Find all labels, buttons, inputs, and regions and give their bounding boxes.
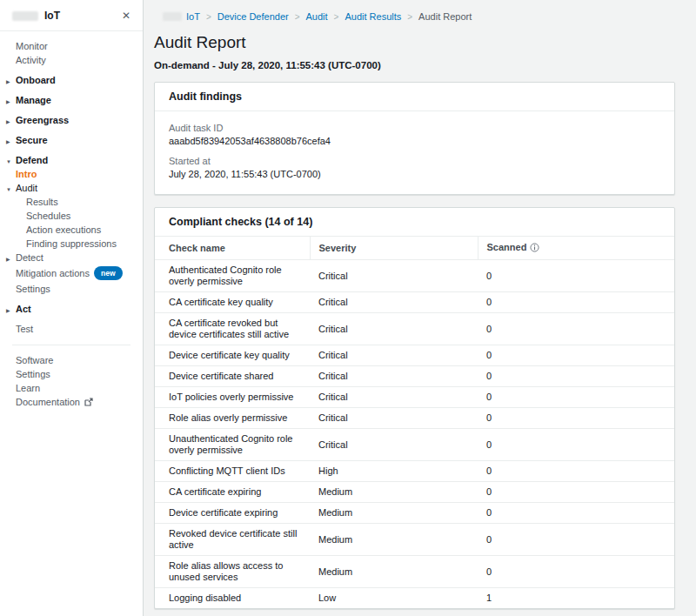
external-link-icon	[84, 398, 93, 408]
cell-scanned: 0	[478, 260, 674, 292]
table-row: CA certificate revoked but device certif…	[155, 313, 674, 345]
cell-check: IoT policies overly permissive	[155, 387, 310, 408]
brand-title: IoT	[44, 10, 60, 22]
table-row: CA certificate expiringMedium0	[155, 482, 674, 503]
sidebar-item-label: Settings	[16, 284, 50, 294]
col-scanned[interactable]: Scanned	[478, 237, 674, 260]
chevron-down-icon: ▼	[6, 157, 11, 167]
breadcrumb: IoT > Device Defender > Audit > Audit Re…	[154, 9, 675, 31]
sidebar-item-label: Mitigation actions	[16, 268, 90, 278]
table-row: Logging disabledLow1	[155, 588, 674, 609]
started-at-label: Started at	[169, 156, 660, 166]
cell-scanned: 0	[478, 524, 674, 556]
cell-severity: Critical	[310, 260, 478, 292]
chevron-right-icon: ▶	[6, 254, 10, 264]
sidebar-item-mitigation-actions[interactable]: Mitigation actionsnew	[0, 264, 143, 282]
sidebar-item-learn[interactable]: Learn	[0, 381, 143, 395]
sidebar-item-secure[interactable]: ▶Secure	[0, 133, 143, 147]
sidebar: IoT ✕ Monitor Activity ▶Onboard ▶Manage …	[0, 0, 144, 616]
sidebar-item-label: Settings	[16, 369, 50, 379]
sidebar-item-action-executions[interactable]: Action executions	[0, 223, 143, 237]
breadcrumb-separator: >	[407, 12, 412, 22]
aws-logo	[12, 11, 38, 21]
page-title: Audit Report	[154, 33, 675, 52]
cell-scanned: 0	[478, 408, 674, 429]
sidebar-item-label: Secure	[16, 135, 48, 145]
sidebar-item-act[interactable]: ▶Act	[0, 302, 143, 316]
cell-severity: Critical	[310, 313, 478, 345]
col-check-name[interactable]: Check name	[155, 237, 310, 260]
cell-check: Role alias allows access to unused servi…	[155, 556, 310, 588]
sidebar-item-finding-suppressions[interactable]: Finding suppressions	[0, 237, 143, 251]
audit-task-id-field: Audit task ID aaabd5f83942053af4638808b7…	[169, 123, 660, 146]
cell-severity: Medium	[310, 503, 478, 524]
sidebar-item-settings[interactable]: Settings	[0, 367, 143, 381]
cell-scanned: 0	[478, 556, 674, 588]
breadcrumb-device-defender[interactable]: Device Defender	[218, 11, 289, 22]
compliant-checks-card: Compliant checks (14 of 14) Check name S…	[154, 207, 675, 609]
close-icon[interactable]: ✕	[120, 10, 132, 22]
cell-severity: Critical	[310, 345, 478, 366]
sidebar-item-audit[interactable]: ▼Audit	[0, 181, 143, 195]
sidebar-item-detect[interactable]: ▶Detect	[0, 251, 143, 264]
cell-check: Device certificate expiring	[155, 503, 310, 524]
breadcrumb-separator: >	[334, 12, 339, 22]
cell-check: Unauthenticated Cognito role overly perm…	[155, 429, 310, 461]
sidebar-item-activity[interactable]: Activity	[0, 53, 143, 67]
cell-check: Device certificate key quality	[155, 345, 310, 366]
cell-severity: Critical	[310, 292, 478, 313]
sidebar-item-label: Monitor	[16, 41, 48, 51]
cell-scanned: 0	[478, 429, 674, 461]
table-row: CA certificate key qualityCritical0	[155, 292, 674, 313]
sidebar-item-software[interactable]: Software	[0, 353, 143, 367]
cell-check: Role alias overly permissive	[155, 408, 310, 429]
sidebar-item-label: Manage	[16, 95, 51, 105]
audit-findings-card: Audit findings Audit task ID aaabd5f8394…	[154, 82, 675, 195]
cell-scanned: 0	[478, 503, 674, 524]
chevron-right-icon: ▶	[6, 137, 10, 147]
audit-findings-header: Audit findings	[155, 83, 674, 111]
sidebar-divider	[12, 345, 130, 345]
audit-task-id-label: Audit task ID	[169, 123, 660, 133]
sidebar-item-schedules[interactable]: Schedules	[0, 209, 143, 223]
sidebar-item-onboard[interactable]: ▶Onboard	[0, 73, 143, 87]
breadcrumb-separator: >	[295, 12, 300, 22]
sidebar-item-label: Onboard	[16, 75, 56, 85]
sidebar-item-greengrass[interactable]: ▶Greengrass	[0, 113, 143, 127]
cell-severity: Critical	[310, 387, 478, 408]
compliant-checks-header: Compliant checks (14 of 14)	[155, 208, 674, 237]
sidebar-item-defend[interactable]: ▼Defend	[0, 153, 143, 167]
col-severity[interactable]: Severity	[310, 237, 478, 260]
table-row: Conflicting MQTT client IDsHigh0	[155, 461, 674, 482]
table-row: Device certificate expiringMedium0	[155, 503, 674, 524]
sidebar-item-manage[interactable]: ▶Manage	[0, 93, 143, 107]
cell-severity: Low	[310, 588, 478, 609]
sidebar-item-intro[interactable]: Intro	[0, 167, 143, 181]
table-row: Device certificate key qualityCritical0	[155, 345, 674, 366]
table-row: Authenticated Cognito role overly permis…	[155, 260, 674, 292]
sidebar-item-settings-defend[interactable]: Settings	[0, 282, 143, 296]
breadcrumb-audit[interactable]: Audit	[306, 11, 328, 22]
sidebar-item-test[interactable]: Test	[0, 322, 143, 336]
breadcrumb-audit-results[interactable]: Audit Results	[345, 11, 401, 22]
info-icon[interactable]	[530, 243, 539, 254]
sidebar-item-monitor[interactable]: Monitor	[0, 39, 143, 53]
cell-check: CA certificate key quality	[155, 292, 310, 313]
started-at-field: Started at July 28, 2020, 11:55:43 (UTC-…	[169, 156, 660, 179]
sidebar-item-documentation[interactable]: Documentation	[0, 395, 143, 410]
cell-check: Device certificate shared	[155, 366, 310, 387]
main-content: IoT > Device Defender > Audit > Audit Re…	[144, 0, 696, 616]
cell-check: Conflicting MQTT client IDs	[155, 461, 310, 482]
sidebar-item-label: Activity	[16, 55, 46, 65]
table-row: Device certificate sharedCritical0	[155, 366, 674, 387]
cell-scanned: 0	[478, 387, 674, 408]
sidebar-item-label: Action executions	[26, 224, 101, 235]
new-badge: new	[94, 266, 123, 280]
cell-scanned: 1	[478, 588, 674, 609]
sidebar-item-results[interactable]: Results	[0, 195, 143, 209]
table-row: IoT policies overly permissiveCritical0	[155, 387, 674, 408]
breadcrumb-iot[interactable]: IoT	[186, 11, 200, 22]
chevron-right-icon: ▶	[6, 97, 10, 107]
breadcrumb-current: Audit Report	[418, 11, 472, 22]
cell-severity: Medium	[310, 556, 478, 588]
